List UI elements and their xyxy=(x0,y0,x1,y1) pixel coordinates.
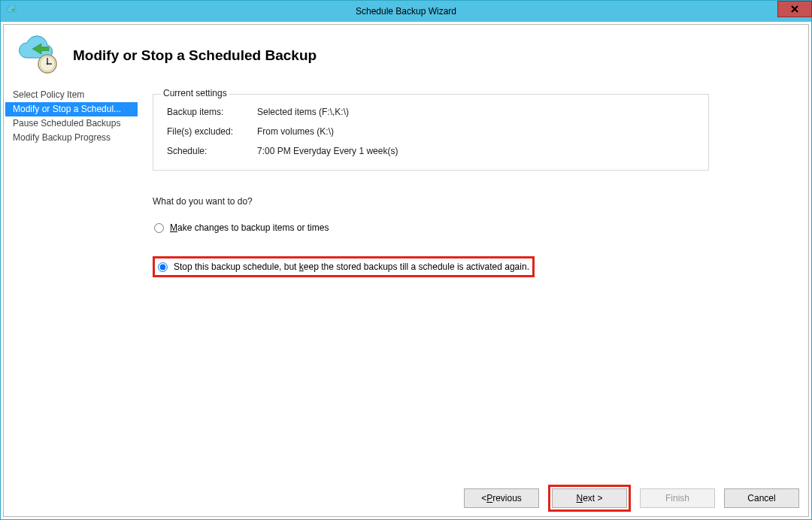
close-icon xyxy=(791,4,798,15)
previous-button[interactable]: < Previous xyxy=(464,488,539,508)
setting-value: From volumes (K:\) xyxy=(257,126,334,137)
svg-point-6 xyxy=(47,63,49,65)
close-button[interactable] xyxy=(777,1,812,17)
sidebar-item-select-policy[interactable]: Select Policy Item xyxy=(5,88,138,102)
radio-make-changes-input[interactable] xyxy=(154,223,164,233)
app-icon xyxy=(5,4,20,19)
wizard-header: Modify or Stop a Scheduled Backup xyxy=(1,22,811,85)
setting-label: File(s) excluded: xyxy=(167,126,257,137)
setting-row-backup-items: Backup items: Selected items (F:\,K:\) xyxy=(167,107,695,117)
window-title: Schedule Backup Wizard xyxy=(1,6,811,17)
setting-row-files-excluded: File(s) excluded: From volumes (K:\) xyxy=(167,126,695,137)
current-settings-legend: Current settings xyxy=(161,88,229,98)
sidebar-item-modify-progress[interactable]: Modify Backup Progress xyxy=(5,131,138,145)
wizard-content: Current settings Backup items: Selected … xyxy=(138,85,807,477)
sidebar-item-modify-stop[interactable]: Modify or Stop a Schedul... xyxy=(5,102,138,116)
setting-label: Backup items: xyxy=(167,107,257,117)
radio-stop-schedule[interactable]: Stop this backup schedule, but keep the … xyxy=(156,262,529,272)
setting-value: 7:00 PM Everyday Every 1 week(s) xyxy=(257,146,398,156)
setting-value: Selected items (F:\,K:\) xyxy=(257,107,349,117)
step-sidebar: Select Policy Item Modify or Stop a Sche… xyxy=(5,85,138,477)
wizard-window: Schedule Backup Wizard Modify or Stop a … xyxy=(0,0,812,520)
finish-button: Finish xyxy=(640,488,715,508)
backup-cloud-icon xyxy=(16,34,59,77)
current-settings-group: Current settings Backup items: Selected … xyxy=(153,94,709,171)
setting-row-schedule: Schedule: 7:00 PM Everyday Every 1 week(… xyxy=(167,146,695,156)
radio-label: Make changes to backup items or times xyxy=(170,222,329,233)
question-prompt: What do you want to do? xyxy=(153,196,798,207)
sidebar-item-pause-backups[interactable]: Pause Scheduled Backups xyxy=(5,116,138,131)
radio-make-changes[interactable]: Make changes to backup items or times xyxy=(153,220,798,235)
wizard-body: Select Policy Item Modify or Stop a Sche… xyxy=(1,85,811,477)
highlight-stop-option: Stop this backup schedule, but keep the … xyxy=(153,256,535,277)
setting-label: Schedule: xyxy=(167,146,257,156)
next-button[interactable]: Next > xyxy=(552,488,627,508)
page-title: Modify or Stop a Scheduled Backup xyxy=(73,47,317,64)
titlebar: Schedule Backup Wizard xyxy=(1,1,811,22)
wizard-footer: < Previous Next > Finish Cancel xyxy=(1,477,811,519)
cancel-button[interactable]: Cancel xyxy=(724,488,799,508)
highlight-next-button: Next > xyxy=(548,485,631,512)
radio-label: Stop this backup schedule, but keep the … xyxy=(174,262,529,272)
radio-stop-schedule-input[interactable] xyxy=(158,262,168,272)
